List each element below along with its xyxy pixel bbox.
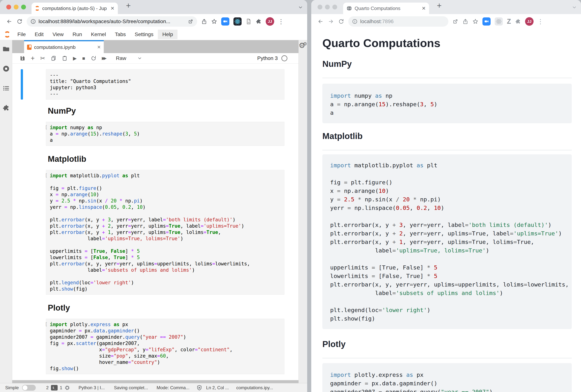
notebook-tab-close-icon[interactable]: ✕ — [97, 45, 101, 50]
browser-tabstrip: Quarto Computations ✕ + — [311, 0, 581, 14]
numpy-cell-editor[interactable]: import numpy as npa = np.arange(15).resh… — [46, 122, 284, 146]
profile-avatar[interactable]: JJ — [266, 17, 274, 26]
browser-toolbar: localhost:8889/lab/workspaces/auto-S/tre… — [0, 14, 307, 29]
cursor-position[interactable]: Ln 2, Col ... — [206, 385, 229, 390]
address-bar[interactable]: localhost:7896 — [348, 16, 448, 27]
notebook-tab[interactable]: computations.ipynb ✕ — [24, 40, 104, 53]
menu-settings[interactable]: Settings — [130, 30, 158, 39]
browser-menu-icon[interactable]: ⋮ — [537, 18, 544, 25]
browser-tab-title: Quarto Computations — [354, 5, 419, 11]
add-cell-button[interactable]: + — [31, 55, 35, 62]
url-text[interactable]: localhost:7896 — [360, 18, 445, 24]
run-cell-button[interactable]: ▶ — [73, 56, 77, 61]
restart-kernel-button[interactable] — [91, 55, 96, 61]
close-window-button[interactable] — [318, 5, 322, 9]
kernel-status-text[interactable]: Python 3 | I... — [78, 385, 105, 390]
forward-icon[interactable] — [328, 18, 334, 24]
copy-cells-button[interactable] — [51, 55, 56, 61]
open-in-new-icon[interactable] — [188, 19, 194, 24]
open-in-new-icon[interactable] — [452, 18, 458, 24]
kernel-name[interactable]: Python 3 — [257, 55, 278, 61]
menu-edit[interactable]: Edit — [30, 30, 48, 39]
statusbar-filename: computations.ipy... — [236, 385, 273, 390]
extension-manager-icon[interactable] — [2, 104, 10, 112]
tab-search-chevron-icon[interactable] — [298, 5, 303, 10]
bookmark-star-icon[interactable] — [472, 18, 478, 24]
cut-cells-button[interactable]: ✂ — [40, 55, 45, 61]
tab-search-chevron-icon[interactable] — [572, 5, 577, 10]
react-devtools-extension-icon[interactable] — [495, 17, 503, 25]
kernel-count: 1 — [60, 385, 62, 390]
numpy-code-cell[interactable]: [ ]: import numpy as npa = np.arange(15)… — [12, 122, 284, 146]
minimize-window-button[interactable] — [325, 5, 330, 9]
zoom-extension-icon[interactable] — [221, 17, 229, 25]
matplotlib-cell-editor[interactable]: import matplotlib.pyplot as plt fig = pl… — [46, 170, 284, 295]
file-browser-icon[interactable] — [2, 45, 10, 53]
profile-avatar[interactable]: JJ — [525, 17, 534, 26]
interrupt-kernel-button[interactable]: ■ — [82, 56, 85, 61]
running-kernels-icon[interactable] — [2, 65, 10, 72]
share-icon[interactable] — [462, 18, 468, 24]
plotly-code-block: import plotly.express as pxgapminder = p… — [322, 363, 572, 392]
new-tab-button[interactable]: + — [126, 1, 131, 10]
cell-type-dropdown[interactable]: Raw — [116, 55, 142, 61]
window-controls[interactable] — [6, 5, 26, 9]
site-info-icon[interactable] — [352, 19, 358, 24]
matplotlib-code-cell[interactable]: [ ]: import matplotlib.pyplot as plt fig… — [12, 170, 284, 295]
table-of-contents-icon[interactable] — [2, 85, 10, 92]
save-button[interactable] — [20, 55, 25, 61]
browser-tab-active[interactable]: Quarto Computations ✕ — [343, 2, 429, 14]
menu-help[interactable]: Help — [158, 30, 178, 39]
restart-run-all-button[interactable]: ▶▶ — [102, 56, 105, 60]
menu-view[interactable]: View — [48, 30, 68, 39]
window-controls[interactable] — [318, 5, 337, 9]
address-bar[interactable]: localhost:8889/lab/workspaces/auto-S/tre… — [27, 16, 197, 27]
command-mode-status[interactable]: Mode: Comma... — [156, 385, 189, 390]
section-heading-numpy: NumPy — [48, 106, 298, 116]
cell-prompt: [ ]: — [32, 322, 56, 327]
zoom-window-button[interactable] — [332, 5, 337, 9]
extensions-puzzle-icon[interactable] — [256, 18, 262, 24]
raw-cell-editor[interactable]: ---title: "Quarto Computations"jupyter: … — [46, 69, 284, 100]
tab-close-icon[interactable]: ✕ — [422, 5, 426, 11]
react-devtools-extension-icon[interactable] — [234, 17, 242, 25]
notebook-toolbar: + ✂ ▶ ■ ▶▶ Raw — [12, 53, 298, 64]
minimize-window-button[interactable] — [14, 5, 18, 9]
simple-mode-toggle[interactable] — [22, 385, 36, 391]
zoom-extension-icon[interactable] — [482, 17, 490, 25]
property-inspector-gear-icon[interactable]: ⚙⚙ — [299, 42, 307, 49]
share-icon[interactable] — [201, 18, 207, 24]
browser-tab-active[interactable]: computations.ip (auto-S) - Jup ✕ — [32, 2, 118, 14]
reload-icon[interactable] — [338, 18, 344, 24]
jupyter-statusbar: Simple 2 $_ 1 Python 3 | I... Saving com… — [0, 383, 307, 392]
jupyter-favicon — [35, 6, 40, 11]
browser-menu-icon[interactable]: ⋮ — [278, 18, 284, 25]
menu-file[interactable]: File — [13, 30, 30, 39]
plotly-code-cell[interactable]: [ ]: import plotly.express as pxgapminde… — [12, 319, 284, 374]
jupyterlab-browser-window: computations.ip (auto-S) - Jup ✕ + local… — [0, 0, 307, 392]
url-text[interactable]: localhost:8889/lab/workspaces/auto-S/tre… — [38, 18, 188, 24]
browser-toolbar: localhost:7896 Z JJ ⋮ — [311, 14, 581, 29]
menu-tabs[interactable]: Tabs — [110, 30, 130, 39]
back-icon[interactable] — [6, 18, 12, 24]
jupyter-right-sidebar: ⚙⚙ — [298, 40, 307, 383]
reload-icon[interactable] — [17, 18, 22, 24]
kernel-status-icon[interactable] — [282, 55, 287, 61]
close-window-button[interactable] — [6, 5, 11, 9]
section-heading-matplotlib: Matplotlib — [48, 154, 298, 164]
document-extension-icon[interactable] — [246, 18, 252, 24]
raw-frontmatter-cell[interactable]: ---title: "Quarto Computations"jupyter: … — [12, 69, 284, 100]
z-extension-icon[interactable]: Z — [507, 17, 511, 25]
browser-tab-title: computations.ip (auto-S) - Jup — [42, 5, 108, 11]
paste-cells-button[interactable] — [62, 55, 68, 61]
tab-close-icon[interactable]: ✕ — [110, 5, 114, 11]
bookmark-star-icon[interactable] — [211, 18, 217, 24]
plotly-cell-editor[interactable]: import plotly.express as pxgapminder = p… — [46, 319, 284, 374]
menu-kernel[interactable]: Kernel — [86, 30, 110, 39]
zoom-window-button[interactable] — [21, 5, 26, 9]
new-tab-button[interactable]: + — [437, 1, 442, 10]
extensions-puzzle-icon[interactable] — [515, 18, 521, 24]
site-info-icon[interactable] — [30, 19, 36, 24]
back-icon[interactable] — [318, 18, 324, 24]
menu-run[interactable]: Run — [68, 30, 86, 39]
